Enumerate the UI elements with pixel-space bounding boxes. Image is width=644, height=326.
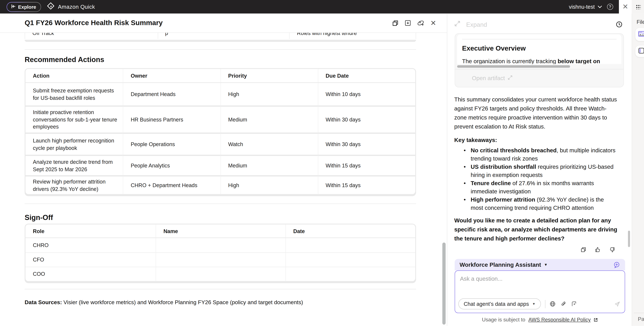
chevron-down-icon: ▼ [544,263,548,267]
brand-label: Amazon Quick [58,4,95,10]
role-cell: COO [26,267,156,281]
column-header: Date [285,225,415,238]
priority-cell: Medium [220,106,318,133]
thumbs-down-icon[interactable] [609,247,616,253]
explore-button[interactable]: Explore [6,2,41,12]
file-thumbnail-chart[interactable] [636,28,644,41]
owner-cell: People Operations [123,133,220,155]
recommended-actions-heading: Recommended Actions [25,55,435,64]
clipped-status-cell: Off Track [32,33,54,37]
action-cell: Review high performer attrition drivers … [26,175,123,194]
data-sources-text: Visier (live workforce metrics) and Work… [62,299,303,306]
usage-notice: Usage is subject to AWS Responsible AI P… [455,317,625,323]
column-header: Name [156,225,285,238]
column-header: Action [26,69,123,83]
file-thumbnail-layout[interactable] [636,46,644,57]
download-icon[interactable] [404,19,411,27]
priority-cell: Watch [220,133,318,155]
app-grid-icon[interactable] [632,0,644,14]
assistant-name: Workforce Planning Assistant [460,262,541,268]
due-cell: Within 10 days [318,83,415,106]
column-header: Due Date [318,69,415,83]
takeaway-item: High performer attrition (92.3% YoY decl… [461,195,618,212]
layout-panel-icon [638,47,644,55]
send-icon[interactable] [614,301,621,307]
artifact-horizontal-scrollbar[interactable] [457,65,570,68]
brand[interactable]: Amazon Quick [47,2,95,12]
table-row: Launch high performer recognition cycle … [26,133,415,155]
document-scrollbar[interactable] [442,243,446,325]
open-artifact-label: Open artifact [472,75,505,81]
takeaway-item: US distribution shortfall requires prior… [461,163,618,179]
copy-response-icon[interactable] [580,247,587,253]
role-cell: CFO [26,253,156,267]
document-header: Q1 FY26 Workforce Health Risk Summary ✕ [0,14,447,33]
table-row: Initiate proactive retention conversatio… [26,106,415,133]
priority-cell: High [220,175,318,194]
artifact-preview[interactable]: Executive Overview The organization is c… [455,33,624,87]
close-document-icon[interactable]: ✕ [430,19,436,27]
attachment-icon[interactable] [560,301,566,307]
data-scope-selector[interactable]: Chat agent’s data and apps ▼ [458,299,541,310]
due-cell: Within 15 days [318,155,415,175]
explore-label: Explore [18,4,36,10]
data-sources-label: Data Sources: [25,299,62,306]
signoff-heading: Sign-Off [25,213,435,222]
open-artifact-button[interactable]: Open artifact [455,69,624,87]
assistant-selector[interactable]: Workforce Planning Assistant ▼ [455,259,625,271]
collapse-left-icon [11,3,16,10]
table-header-row: Role Name Date [26,225,415,238]
key-takeaways-label: Key takeaways: [454,137,618,143]
side-strip: File Page [632,14,644,326]
priority-cell: Medium [220,155,318,175]
priority-cell: High [220,83,318,106]
external-link-icon [594,318,598,323]
expand-label: Expand [466,21,487,28]
amazon-quick-logo-icon [47,2,55,12]
section-divider [25,49,416,50]
app-window: Explore Amazon Quick vishnu-test ? ✕ Q1 … [0,0,644,326]
expand-button[interactable]: Expand [454,20,487,28]
owner-cell: People Analytics [123,155,220,175]
due-cell: Within 30 days [318,133,415,155]
strip-divider [634,313,644,313]
chat-input[interactable] [455,271,625,295]
assistant-chat: Workforce Planning Assistant ▼ Chat agen… [455,259,625,324]
owner-cell: CHRO + Department Heads [123,175,220,194]
close-window-icon[interactable]: ✕ [619,0,632,14]
table-row: Submit freeze exemption requests for US-… [26,83,415,106]
copy-document-icon[interactable] [392,19,399,26]
chat-input-box[interactable]: Chat agent’s data and apps ▼ [455,271,625,313]
clipped-mid-cell: p [165,33,168,37]
name-cell-empty [156,253,285,267]
table-bottom-frame [25,40,416,42]
account-menu[interactable]: vishnu-test [569,4,602,10]
name-cell-empty [156,267,285,281]
document-title: Q1 FY26 Workforce Health Risk Summary [25,19,163,27]
history-clock-icon[interactable] [616,21,623,28]
takeaway-item: No critical thresholds breached, but mul… [461,146,618,163]
top-bar: Explore Amazon Quick vishnu-test ? [0,0,619,14]
role-cell: CHRO [26,238,156,253]
panel-scrollbar[interactable] [628,231,630,247]
help-icon[interactable]: ? [607,4,613,10]
account-name: vishnu-test [569,4,595,10]
signoff-table: Role Name Date CHRO CFO [25,224,416,283]
table-row: Analyze tenure decline trend from Sept 2… [26,155,415,175]
action-cell: Submit freeze exemption requests for US-… [26,83,123,106]
ai-enhance-icon[interactable] [417,19,425,27]
owner-cell: HR Business Partners [123,106,220,133]
date-cell-empty [285,238,415,253]
chevron-down-icon [598,4,602,10]
new-chat-icon[interactable] [613,261,620,268]
prompts-icon[interactable] [571,301,577,307]
web-search-icon[interactable] [549,301,556,307]
responsible-ai-policy-link[interactable]: AWS Responsible AI Policy [528,317,590,323]
open-artifact-expand-icon [508,75,512,81]
thumbs-up-icon[interactable] [595,247,601,253]
assistant-question: Would you like me to create a detailed a… [454,216,618,243]
due-cell: Within 30 days [318,106,415,133]
column-header: Role [26,225,156,238]
assistant-summary: This summary consolidates your current w… [454,95,618,131]
action-cell: Initiate proactive retention conversatio… [26,106,123,133]
